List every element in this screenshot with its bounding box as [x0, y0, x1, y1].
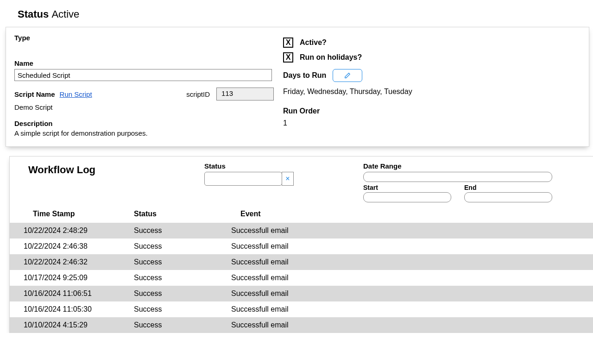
- cell-event: Successfull email: [217, 270, 593, 286]
- cell-event: Successfull email: [217, 254, 593, 270]
- pencil-icon: [344, 72, 351, 79]
- col-status: Status: [125, 206, 217, 223]
- run-script-link[interactable]: Run Script: [60, 90, 92, 98]
- status-header: Status Active: [0, 0, 593, 27]
- holidays-checkbox[interactable]: X: [283, 52, 293, 63]
- scriptid-value: 113: [216, 88, 274, 100]
- holidays-label: Run on holidays?: [300, 53, 362, 62]
- cell-status: Success: [125, 254, 217, 270]
- table-row: 10/10/2024 4:15:29SuccessSuccessfull ema…: [10, 317, 593, 333]
- cell-timestamp: 10/22/2024 2:48:29: [10, 223, 125, 238]
- table-row: 10/22/2024 2:46:32SuccessSuccessfull ema…: [10, 254, 593, 270]
- script-name-value: Demo Script: [14, 103, 274, 111]
- active-label: Active?: [300, 38, 327, 47]
- edit-days-button[interactable]: [333, 69, 362, 82]
- description-value: A simple script for demonstration purpos…: [14, 129, 274, 137]
- date-range-label: Date Range: [363, 162, 552, 170]
- cell-event: Successfull email: [217, 301, 593, 317]
- scriptid-label: scriptID: [121, 90, 210, 98]
- active-checkbox[interactable]: X: [283, 38, 293, 48]
- cell-status: Success: [125, 223, 217, 238]
- cell-timestamp: 10/16/2024 11:06:51: [10, 286, 125, 301]
- cell-status: Success: [125, 270, 217, 286]
- table-row: 10/22/2024 2:48:29SuccessSuccessfull ema…: [10, 223, 593, 238]
- cell-timestamp: 10/10/2024 4:15:29: [10, 317, 125, 333]
- cell-event: Successfull email: [217, 238, 593, 254]
- start-input[interactable]: [363, 192, 451, 202]
- run-order-label: Run Order: [283, 107, 580, 115]
- cell-timestamp: 10/17/2024 9:25:09: [10, 270, 125, 286]
- workflow-log-panel: Workflow Log Status × Date Range Start: [9, 156, 593, 333]
- end-label: End: [464, 184, 552, 191]
- description-label: Description: [14, 119, 274, 127]
- cell-timestamp: 10/22/2024 2:46:38: [10, 238, 125, 254]
- status-value: Active: [51, 8, 79, 20]
- cell-timestamp: 10/16/2024 11:05:30: [10, 301, 125, 317]
- status-filter-input[interactable]: [204, 172, 282, 186]
- script-name-label: Script Name: [14, 90, 55, 98]
- name-input[interactable]: [14, 69, 272, 81]
- name-label: Name: [14, 59, 274, 67]
- cell-status: Success: [125, 238, 217, 254]
- table-row: 10/16/2024 11:06:51SuccessSuccessfull em…: [10, 286, 593, 301]
- start-label: Start: [363, 184, 451, 191]
- table-row: 10/16/2024 11:05:30SuccessSuccessfull em…: [10, 301, 593, 317]
- workflow-log-title: Workflow Log: [28, 164, 204, 176]
- cell-timestamp: 10/22/2024 2:46:32: [10, 254, 125, 270]
- cell-event: Successfull email: [217, 223, 593, 238]
- cell-status: Success: [125, 317, 217, 333]
- status-filter-label: Status: [204, 162, 294, 170]
- cell-event: Successfull email: [217, 317, 593, 333]
- date-range-input[interactable]: [363, 172, 552, 182]
- details-panel: Type Name Script Name Run Script scriptI…: [6, 27, 589, 147]
- workflow-log-table: Time Stamp Status Event 10/22/2024 2:48:…: [10, 206, 593, 333]
- status-label: Status: [18, 8, 49, 20]
- days-to-run-value: Friday, Wednesday, Thursday, Tuesday: [283, 88, 580, 96]
- col-event: Event: [217, 206, 593, 223]
- type-label: Type: [14, 34, 274, 42]
- cell-event: Successfull email: [217, 286, 593, 301]
- run-order-value: 1: [283, 119, 580, 127]
- close-icon: ×: [285, 175, 290, 183]
- end-input[interactable]: [464, 192, 552, 202]
- table-row: 10/22/2024 2:46:38SuccessSuccessfull ema…: [10, 238, 593, 254]
- cell-status: Success: [125, 286, 217, 301]
- clear-status-button[interactable]: ×: [282, 172, 294, 186]
- col-timestamp: Time Stamp: [10, 206, 125, 223]
- cell-status: Success: [125, 301, 217, 317]
- table-row: 10/17/2024 9:25:09SuccessSuccessfull ema…: [10, 270, 593, 286]
- days-to-run-label: Days to Run: [283, 71, 326, 80]
